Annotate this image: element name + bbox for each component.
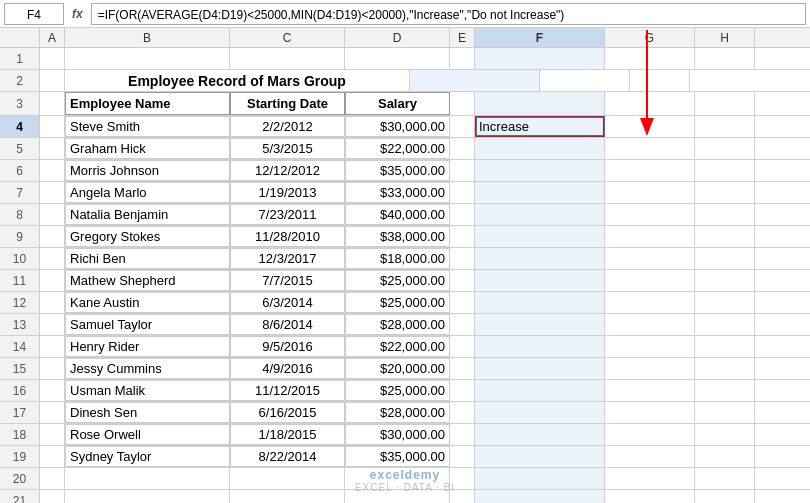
cell-a20[interactable] (40, 468, 65, 489)
cell-g8[interactable] (605, 204, 695, 225)
cell-c10[interactable]: 12/3/2017 (230, 248, 345, 269)
cell-d14[interactable]: $22,000.00 (345, 336, 450, 357)
cell-h21[interactable] (695, 490, 755, 503)
cell-b4[interactable]: Steve Smith (65, 116, 230, 137)
cell-c16[interactable]: 11/12/2015 (230, 380, 345, 401)
cell-f16[interactable] (475, 380, 605, 401)
cell-h16[interactable] (695, 380, 755, 401)
cell-d3-header[interactable]: Salary (345, 92, 450, 115)
cell-g19[interactable] (605, 446, 695, 467)
cell-f20[interactable] (475, 468, 605, 489)
cell-d8[interactable]: $40,000.00 (345, 204, 450, 225)
formula-input[interactable]: =IF(OR(AVERAGE(D4:D19)<25000,MIN(D4:D19)… (91, 3, 806, 25)
cell-h14[interactable] (695, 336, 755, 357)
cell-c8[interactable]: 7/23/2011 (230, 204, 345, 225)
cell-h6[interactable] (695, 160, 755, 181)
cell-b5[interactable]: Graham Hick (65, 138, 230, 159)
cell-b8[interactable]: Natalia Benjamin (65, 204, 230, 225)
cell-e10[interactable] (450, 248, 475, 269)
cell-c19[interactable]: 8/22/2014 (230, 446, 345, 467)
cell-d5[interactable]: $22,000.00 (345, 138, 450, 159)
cell-d9[interactable]: $38,000.00 (345, 226, 450, 247)
cell-a7[interactable] (40, 182, 65, 203)
cell-f4[interactable]: Increase (475, 116, 605, 137)
cell-h8[interactable] (695, 204, 755, 225)
cell-d17[interactable]: $28,000.00 (345, 402, 450, 423)
cell-g6[interactable] (605, 160, 695, 181)
cell-g11[interactable] (605, 270, 695, 291)
cell-f19[interactable] (475, 446, 605, 467)
cell-h2[interactable] (630, 70, 690, 91)
cell-a3[interactable] (40, 92, 65, 115)
cell-e11[interactable] (450, 270, 475, 291)
cell-b6[interactable]: Morris Johnson (65, 160, 230, 181)
cell-g16[interactable] (605, 380, 695, 401)
cell-b14[interactable]: Henry Rider (65, 336, 230, 357)
col-header-c[interactable]: C (230, 28, 345, 47)
cell-h13[interactable] (695, 314, 755, 335)
cell-g1[interactable] (605, 48, 695, 69)
cell-d18[interactable]: $30,000.00 (345, 424, 450, 445)
cell-e1[interactable] (450, 48, 475, 69)
cell-d11[interactable]: $25,000.00 (345, 270, 450, 291)
cell-b18[interactable]: Rose Orwell (65, 424, 230, 445)
cell-a17[interactable] (40, 402, 65, 423)
cell-f6[interactable] (475, 160, 605, 181)
cell-b19[interactable]: Sydney Taylor (65, 446, 230, 467)
cell-a14[interactable] (40, 336, 65, 357)
col-header-a[interactable]: A (40, 28, 65, 47)
cell-h4[interactable] (695, 116, 755, 137)
cell-e5[interactable] (450, 138, 475, 159)
cell-g4[interactable] (605, 116, 695, 137)
cell-f14[interactable] (475, 336, 605, 357)
cell-e12[interactable] (450, 292, 475, 313)
cell-b11[interactable]: Mathew Shepherd (65, 270, 230, 291)
cell-h19[interactable] (695, 446, 755, 467)
cell-g14[interactable] (605, 336, 695, 357)
cell-c21[interactable] (230, 490, 345, 503)
cell-a15[interactable] (40, 358, 65, 379)
cell-c9[interactable]: 11/28/2010 (230, 226, 345, 247)
cell-b2-title[interactable]: Employee Record of Mars Group (65, 70, 410, 91)
cell-e14[interactable] (450, 336, 475, 357)
cell-h5[interactable] (695, 138, 755, 159)
cell-c14[interactable]: 9/5/2016 (230, 336, 345, 357)
col-header-e[interactable]: E (450, 28, 475, 47)
cell-f3[interactable] (475, 92, 605, 115)
cell-b20[interactable] (65, 468, 230, 489)
cell-b7[interactable]: Angela Marlo (65, 182, 230, 203)
cell-f18[interactable] (475, 424, 605, 445)
cell-c18[interactable]: 1/18/2015 (230, 424, 345, 445)
cell-f8[interactable] (475, 204, 605, 225)
cell-c17[interactable]: 6/16/2015 (230, 402, 345, 423)
cell-f17[interactable] (475, 402, 605, 423)
cell-d13[interactable]: $28,000.00 (345, 314, 450, 335)
cell-a19[interactable] (40, 446, 65, 467)
cell-d6[interactable]: $35,000.00 (345, 160, 450, 181)
cell-e4[interactable] (450, 116, 475, 137)
cell-d12[interactable]: $25,000.00 (345, 292, 450, 313)
cell-e13[interactable] (450, 314, 475, 335)
cell-f10[interactable] (475, 248, 605, 269)
cell-f13[interactable] (475, 314, 605, 335)
cell-a10[interactable] (40, 248, 65, 269)
cell-f7[interactable] (475, 182, 605, 203)
cell-f21[interactable] (475, 490, 605, 503)
cell-g3[interactable] (605, 92, 695, 115)
cell-g21[interactable] (605, 490, 695, 503)
cell-h9[interactable] (695, 226, 755, 247)
cell-a8[interactable] (40, 204, 65, 225)
cell-g10[interactable] (605, 248, 695, 269)
cell-e18[interactable] (450, 424, 475, 445)
cell-a9[interactable] (40, 226, 65, 247)
cell-b13[interactable]: Samuel Taylor (65, 314, 230, 335)
cell-e15[interactable] (450, 358, 475, 379)
cell-a1[interactable] (40, 48, 65, 69)
cell-e16[interactable] (450, 380, 475, 401)
cell-g2[interactable] (540, 70, 630, 91)
cell-b10[interactable]: Richi Ben (65, 248, 230, 269)
cell-h15[interactable] (695, 358, 755, 379)
cell-a13[interactable] (40, 314, 65, 335)
cell-h10[interactable] (695, 248, 755, 269)
cell-g17[interactable] (605, 402, 695, 423)
